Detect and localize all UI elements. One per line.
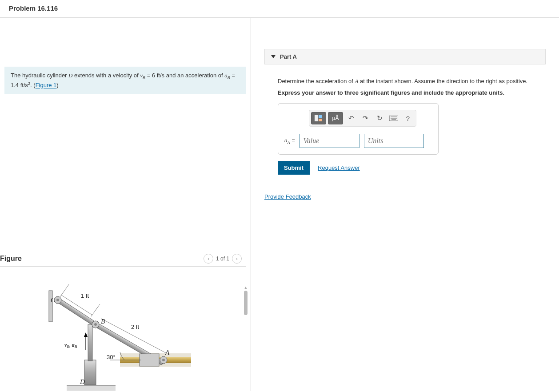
lbl-c: C: [51, 296, 56, 304]
txt: = 6 ft/s: [145, 72, 164, 79]
lbl-b: B: [101, 318, 105, 325]
feedback-row: Provide Feedback: [264, 193, 546, 200]
ground-d: [67, 385, 116, 391]
part-prompt: Determine the acceleration of A at the i…: [278, 78, 546, 85]
reset-button[interactable]: ↻: [373, 112, 386, 124]
txt: and an acceleration of: [164, 72, 224, 79]
svg-rect-14: [319, 119, 322, 121]
slider-a: [140, 354, 159, 366]
part-instruction: Express your answer to three significant…: [278, 89, 546, 96]
input-row: aA =: [284, 134, 432, 148]
left-column: The hydraulic cylinder D extends with a …: [0, 18, 251, 391]
main-split: The hydraulic cylinder D extends with a …: [0, 18, 559, 391]
svg-rect-12: [315, 115, 318, 121]
units-input[interactable]: [364, 134, 424, 148]
svg-rect-13: [319, 115, 322, 118]
figure-svg: C B A D 1 ft 2 ft 30° vB, aB: [13, 276, 200, 391]
keyboard-button[interactable]: [387, 112, 400, 124]
figure-scrollbar[interactable]: ▲ ▼: [244, 285, 248, 392]
lbl-angle: 30°: [107, 354, 116, 360]
answer-variable-label: aA =: [284, 137, 295, 145]
figure-header: Figure ‹ 1 of 1 ›: [0, 251, 246, 267]
lbl-a: A: [165, 349, 170, 356]
reset-icon: ↻: [377, 114, 383, 122]
svg-point-5: [162, 359, 165, 361]
lbl-vb-ab: vB, aB: [64, 342, 77, 349]
lbl-2ft: 2 ft: [131, 324, 139, 330]
answer-panel: μÅ ↶ ↷ ↻: [278, 103, 439, 155]
answer-toolbar: μÅ ↶ ↷ ↻: [309, 110, 416, 127]
lbl-1ft: 1 ft: [81, 292, 89, 299]
svg-line-9: [91, 304, 100, 316]
problem-statement: The hydraulic cylinder D extends with a …: [4, 67, 246, 94]
special-chars-button[interactable]: μÅ: [328, 112, 343, 124]
wall-c: [49, 291, 52, 322]
page-title: Problem 16.116: [9, 4, 550, 12]
templates-button[interactable]: [311, 112, 326, 124]
cylinder-body: [84, 360, 96, 385]
help-button[interactable]: ?: [402, 112, 414, 124]
request-answer-link[interactable]: Request Answer: [318, 164, 360, 171]
help-icon: ?: [406, 115, 410, 122]
txt: The hydraulic cylinder: [11, 72, 68, 79]
submit-button[interactable]: Submit: [278, 161, 310, 175]
value-input[interactable]: [299, 134, 359, 148]
txt: extends with a velocity of: [72, 72, 140, 79]
svg-line-8: [60, 284, 69, 297]
figure-prev-button[interactable]: ‹: [204, 254, 213, 264]
txt: ): [56, 82, 58, 89]
figure-title: Figure: [0, 255, 22, 263]
undo-icon: ↶: [348, 114, 354, 122]
action-row: Submit Request Answer: [278, 161, 546, 175]
svg-point-3: [56, 299, 59, 301]
redo-button[interactable]: ↷: [359, 112, 371, 124]
svg-marker-6: [84, 332, 88, 337]
caret-down-icon: [271, 55, 276, 58]
lbl-d: D: [80, 378, 85, 385]
figure-section: Figure ‹ 1 of 1 ›: [0, 251, 251, 391]
figure-canvas: C B A D 1 ft 2 ft 30° vB, aB: [0, 267, 251, 391]
provide-feedback-link[interactable]: Provide Feedback: [264, 193, 311, 200]
templates-icon: [314, 115, 323, 122]
right-column: Part A Determine the acceleration of A a…: [251, 18, 559, 391]
figure-link[interactable]: Figure 1: [36, 82, 57, 89]
problem-header: Problem 16.116: [0, 0, 559, 18]
txt: . (: [30, 82, 36, 89]
cylinder-rod: [88, 324, 92, 361]
scroll-up-icon: ▲: [244, 285, 248, 290]
figure-counter: 1 of 1: [216, 256, 229, 262]
scroll-thumb[interactable]: [244, 291, 248, 315]
part-header[interactable]: Part A: [264, 49, 546, 64]
figure-next-button[interactable]: ›: [232, 254, 242, 264]
redo-icon: ↷: [363, 114, 368, 122]
txt: Determine the acceleration of: [278, 78, 355, 84]
undo-button[interactable]: ↶: [345, 112, 357, 124]
mua-label: μÅ: [332, 115, 339, 121]
part-label: Part A: [280, 53, 297, 60]
figure-nav: ‹ 1 of 1 ›: [204, 254, 242, 264]
txt: at the instant shown. Assume the directi…: [358, 78, 527, 84]
keyboard-icon: [389, 116, 398, 121]
svg-point-4: [94, 323, 97, 326]
